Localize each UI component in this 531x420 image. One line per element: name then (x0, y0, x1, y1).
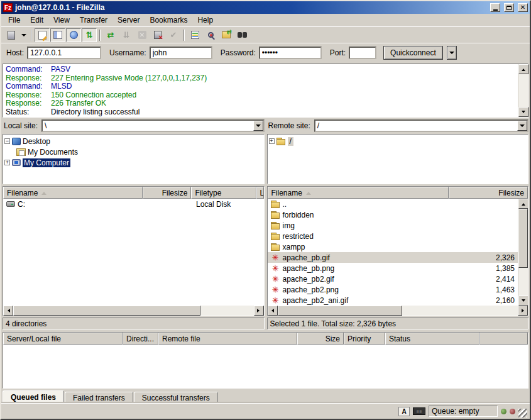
minimize-button[interactable] (490, 3, 500, 12)
toggle-queue-button[interactable]: ⇅ (82, 28, 97, 42)
column-header-filename[interactable]: Filename (268, 187, 449, 199)
remote-file-row[interactable]: xampp (268, 241, 518, 252)
speed-limit-icon: ≡≡ (413, 407, 425, 415)
tab-successful-transfers[interactable]: Successful transfers (134, 392, 218, 403)
disconnect-button[interactable] (150, 28, 165, 42)
menu-view[interactable]: View (49, 14, 74, 26)
chevron-down-icon (449, 52, 454, 57)
remote-file-row[interactable]: ✳apache_pb.png1,385 (268, 263, 518, 274)
scroll-left-icon[interactable] (3, 306, 13, 316)
username-input[interactable] (150, 47, 212, 59)
synchronized-browsing-button[interactable] (219, 28, 234, 42)
toggle-remote-tree-button[interactable] (66, 28, 81, 42)
password-input[interactable] (259, 47, 322, 59)
queue-header: Server/Local file Directi... Remote file… (3, 333, 528, 345)
scroll-right-icon[interactable] (254, 306, 264, 316)
port-input[interactable] (349, 47, 376, 59)
toggle-message-log-button[interactable] (35, 28, 50, 42)
resize-grip[interactable] (518, 409, 527, 417)
scroll-down-icon[interactable] (518, 107, 528, 117)
menu-bookmarks[interactable]: Bookmarks (145, 14, 192, 26)
menu-help[interactable]: Help (193, 14, 217, 26)
remote-status-bar: Selected 1 file. Total size: 2,326 bytes (267, 318, 529, 329)
refresh-button[interactable]: ⇄ (103, 28, 118, 42)
scroll-right-icon[interactable] (518, 306, 528, 316)
menu-server[interactable]: Server (113, 14, 144, 26)
scroll-up-icon[interactable] (518, 64, 528, 74)
column-header-direction[interactable]: Directi... (123, 333, 158, 345)
filter-button[interactable] (203, 28, 218, 42)
column-header-remote-file[interactable]: Remote file (158, 333, 297, 345)
toggle-local-tree-button[interactable] (50, 28, 65, 42)
menu-bar: File Edit View Transfer Server Bookmarks… (1, 14, 530, 26)
column-header-filename[interactable]: Filename (3, 187, 143, 199)
scroll-up-icon[interactable] (518, 199, 528, 209)
reconnect-button[interactable]: ✔ (166, 28, 181, 42)
remote-file-row[interactable]: img (268, 220, 518, 231)
column-header-priority[interactable]: Priority (344, 333, 385, 345)
expand-icon[interactable]: + (269, 138, 275, 144)
remote-file-row[interactable]: restricted (268, 231, 518, 241)
site-manager-dropdown[interactable] (19, 28, 28, 42)
transfer-queue: Server/Local file Directi... Remote file… (3, 332, 528, 389)
tree-item-desktop[interactable]: − Desktop (4, 136, 263, 146)
column-header-server-local-file[interactable]: Server/Local file (3, 333, 123, 345)
host-input[interactable] (27, 47, 101, 59)
tree-item-my-computer[interactable]: + My Computer (4, 157, 263, 168)
remote-file-row[interactable]: ✳apache_pb2.png1,463 (268, 284, 518, 295)
column-header-size[interactable]: Size (297, 333, 344, 345)
remote-vertical-scrollbar[interactable] (518, 199, 528, 306)
tab-failed-transfers[interactable]: Failed transfers (65, 392, 133, 403)
column-header-status[interactable]: Status (385, 333, 479, 345)
scrollbar-thumb[interactable] (13, 306, 200, 316)
chevron-down-icon[interactable] (253, 121, 263, 131)
scrollbar-thumb[interactable] (278, 306, 403, 316)
maximize-button[interactable] (504, 3, 514, 12)
search-button[interactable] (234, 28, 249, 42)
quickconnect-button[interactable]: Quickconnect (383, 46, 443, 60)
refresh-icon: ⇄ (107, 30, 114, 40)
cancel-button[interactable]: ✕ (134, 28, 150, 42)
remote-site-combo[interactable]: / (314, 119, 528, 132)
menu-transfer[interactable]: Transfer (75, 14, 112, 26)
remote-file-row-selected[interactable]: ✳apache_pb.gif2,326 (268, 252, 518, 263)
remote-file-row[interactable]: forbidden (268, 209, 518, 220)
close-button[interactable]: ✕ (518, 3, 528, 12)
column-header-filesize[interactable]: Filesize (143, 187, 191, 199)
scrollbar-thumb[interactable] (518, 209, 528, 268)
column-header-filesize[interactable]: Filesize (449, 187, 528, 199)
menu-edit[interactable]: Edit (26, 14, 48, 26)
folder-icon (271, 243, 280, 251)
remote-horizontal-scrollbar[interactable] (268, 306, 528, 316)
column-header-filetype[interactable]: Filetype (191, 187, 256, 199)
title-bar[interactable]: Fz john@127.0.0.1 - FileZilla ✕ (1, 1, 530, 14)
menu-file[interactable]: File (4, 14, 25, 26)
image-file-icon: ✳ (271, 274, 280, 284)
remote-file-row[interactable]: ✳apache_pb2.gif2,414 (268, 274, 518, 284)
tree-item-my-documents[interactable]: My Documents (4, 146, 263, 157)
column-header-lastmodified[interactable]: L (256, 187, 264, 199)
image-file-icon: ✳ (271, 263, 280, 273)
tab-queued-files[interactable]: Queued files (3, 390, 64, 403)
local-site-row: Local site: \ (3, 119, 265, 133)
remote-file-row[interactable]: .. (268, 199, 518, 209)
site-manager-button[interactable] (4, 28, 19, 42)
expand-icon[interactable]: + (4, 160, 10, 165)
remote-file-row[interactable]: ✳apache_pb2_ani.gif2,160 (268, 295, 518, 306)
quickconnect-dropdown[interactable] (447, 46, 457, 60)
chevron-down-icon[interactable] (517, 121, 527, 131)
collapse-icon[interactable]: − (4, 138, 10, 144)
process-queue-button[interactable]: ⇊ (119, 28, 134, 42)
remote-list-body: .. forbidden img restricted xampp ✳apach… (268, 199, 528, 306)
local-pane: Local site: \ − Desktop My Documents (3, 119, 265, 329)
local-file-row[interactable]: C: Local Disk (3, 199, 264, 209)
local-site-combo[interactable]: \ (41, 119, 264, 132)
local-horizontal-scrollbar[interactable] (3, 306, 264, 316)
scroll-down-icon[interactable] (518, 296, 528, 306)
scroll-left-icon[interactable] (268, 306, 278, 316)
directory-comparison-button[interactable] (187, 28, 202, 42)
log-line: Command:PASV (6, 65, 515, 74)
message-log-icon (38, 31, 47, 40)
log-vertical-scrollbar[interactable] (518, 64, 528, 117)
tree-item-root[interactable]: + / (269, 136, 527, 146)
